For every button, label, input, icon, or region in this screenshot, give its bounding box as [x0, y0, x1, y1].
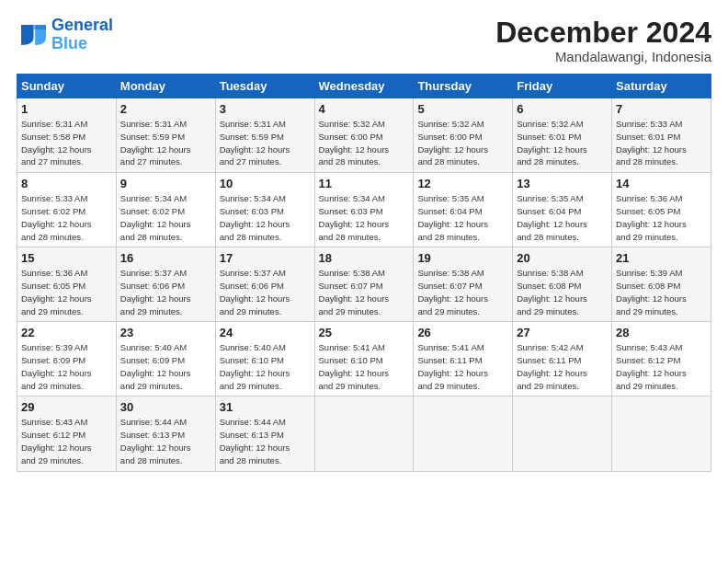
day-cell [513, 396, 612, 471]
day-header-wednesday: Wednesday [314, 75, 414, 98]
day-header-friday: Friday [513, 75, 612, 98]
day-cell: 27Sunrise: 5:42 AMSunset: 6:11 PMDayligh… [513, 322, 612, 396]
day-number: 6 [517, 102, 608, 116]
day-info: Sunrise: 5:32 AMSunset: 6:01 PMDaylight:… [517, 118, 608, 168]
day-number: 24 [220, 326, 311, 339]
day-cell: 1Sunrise: 5:31 AMSunset: 5:58 PMDaylight… [17, 98, 117, 173]
day-number: 17 [220, 251, 311, 265]
title-block: December 2024 Mandalawangi, Indonesia [495, 17, 711, 64]
day-cell: 6Sunrise: 5:32 AMSunset: 6:01 PMDaylight… [513, 98, 612, 173]
logo-line1: General [51, 16, 113, 34]
week-row-3: 15Sunrise: 5:36 AMSunset: 6:05 PMDayligh… [17, 247, 711, 322]
day-info: Sunrise: 5:31 AMSunset: 5:59 PMDaylight:… [120, 118, 211, 168]
day-cell: 14Sunrise: 5:36 AMSunset: 6:05 PMDayligh… [612, 173, 711, 247]
day-number: 16 [120, 251, 211, 265]
day-header-monday: Monday [116, 75, 215, 98]
week-row-2: 8Sunrise: 5:33 AMSunset: 6:02 PMDaylight… [17, 173, 711, 247]
day-number: 25 [319, 326, 410, 339]
day-cell: 5Sunrise: 5:32 AMSunset: 6:00 PMDaylight… [414, 98, 513, 173]
logo-line2: Blue [51, 34, 87, 52]
day-cell: 12Sunrise: 5:35 AMSunset: 6:04 PMDayligh… [414, 173, 513, 247]
day-number: 3 [220, 102, 311, 116]
day-number: 2 [120, 102, 211, 116]
day-cell [414, 396, 513, 471]
day-info: Sunrise: 5:34 AMSunset: 6:03 PMDaylight:… [220, 192, 311, 243]
logo-text: General Blue [51, 17, 113, 53]
day-number: 23 [120, 326, 211, 339]
day-cell: 29Sunrise: 5:43 AMSunset: 6:12 PMDayligh… [17, 396, 117, 471]
day-cell: 30Sunrise: 5:44 AMSunset: 6:13 PMDayligh… [116, 396, 215, 471]
day-cell [612, 396, 711, 471]
day-number: 18 [319, 251, 410, 265]
day-info: Sunrise: 5:38 AMSunset: 6:07 PMDaylight:… [417, 267, 508, 317]
day-number: 11 [319, 177, 410, 190]
day-info: Sunrise: 5:38 AMSunset: 6:08 PMDaylight:… [517, 267, 608, 317]
day-cell: 26Sunrise: 5:41 AMSunset: 6:11 PMDayligh… [414, 322, 513, 396]
day-cell: 8Sunrise: 5:33 AMSunset: 6:02 PMDaylight… [17, 173, 117, 247]
day-number: 22 [21, 326, 112, 339]
week-row-1: 1Sunrise: 5:31 AMSunset: 5:58 PMDaylight… [17, 98, 711, 173]
day-number: 19 [417, 251, 508, 265]
week-row-5: 29Sunrise: 5:43 AMSunset: 6:12 PMDayligh… [17, 396, 711, 471]
day-cell: 20Sunrise: 5:38 AMSunset: 6:08 PMDayligh… [513, 247, 612, 322]
day-cell: 7Sunrise: 5:33 AMSunset: 6:01 PMDaylight… [612, 98, 711, 173]
day-cell: 13Sunrise: 5:35 AMSunset: 6:04 PMDayligh… [513, 173, 612, 247]
day-cell: 2Sunrise: 5:31 AMSunset: 5:59 PMDaylight… [116, 98, 215, 173]
day-info: Sunrise: 5:37 AMSunset: 6:06 PMDaylight:… [220, 267, 311, 317]
day-header-thursday: Thursday [414, 75, 513, 98]
day-info: Sunrise: 5:34 AMSunset: 6:02 PMDaylight:… [120, 192, 211, 243]
day-number: 9 [120, 177, 211, 190]
day-header-tuesday: Tuesday [215, 75, 314, 98]
day-info: Sunrise: 5:40 AMSunset: 6:09 PMDaylight:… [120, 341, 211, 392]
day-number: 1 [21, 102, 112, 116]
header-row: SundayMondayTuesdayWednesdayThursdayFrid… [17, 75, 711, 98]
day-info: Sunrise: 5:39 AMSunset: 6:09 PMDaylight:… [21, 341, 112, 392]
day-info: Sunrise: 5:41 AMSunset: 6:10 PMDaylight:… [319, 341, 410, 392]
day-info: Sunrise: 5:40 AMSunset: 6:10 PMDaylight:… [220, 341, 311, 392]
day-cell: 28Sunrise: 5:43 AMSunset: 6:12 PMDayligh… [612, 322, 711, 396]
day-number: 20 [517, 251, 608, 265]
day-info: Sunrise: 5:35 AMSunset: 6:04 PMDaylight:… [517, 192, 608, 243]
day-cell: 19Sunrise: 5:38 AMSunset: 6:07 PMDayligh… [414, 247, 513, 322]
day-number: 21 [616, 251, 707, 265]
day-number: 7 [616, 102, 707, 116]
day-cell: 23Sunrise: 5:40 AMSunset: 6:09 PMDayligh… [116, 322, 215, 396]
day-cell [314, 396, 414, 471]
day-info: Sunrise: 5:44 AMSunset: 6:13 PMDaylight:… [220, 416, 311, 466]
day-cell: 15Sunrise: 5:36 AMSunset: 6:05 PMDayligh… [17, 247, 117, 322]
day-cell: 11Sunrise: 5:34 AMSunset: 6:03 PMDayligh… [314, 173, 414, 247]
day-number: 30 [120, 400, 211, 414]
day-cell: 21Sunrise: 5:39 AMSunset: 6:08 PMDayligh… [612, 247, 711, 322]
day-number: 5 [417, 102, 508, 116]
day-header-saturday: Saturday [612, 75, 711, 98]
day-cell: 24Sunrise: 5:40 AMSunset: 6:10 PMDayligh… [215, 322, 314, 396]
day-number: 12 [417, 177, 508, 190]
day-info: Sunrise: 5:43 AMSunset: 6:12 PMDaylight:… [21, 416, 112, 466]
day-cell: 10Sunrise: 5:34 AMSunset: 6:03 PMDayligh… [215, 173, 314, 247]
day-header-sunday: Sunday [17, 75, 117, 98]
day-info: Sunrise: 5:31 AMSunset: 5:58 PMDaylight:… [21, 118, 112, 168]
day-cell: 4Sunrise: 5:32 AMSunset: 6:00 PMDaylight… [314, 98, 414, 173]
header: General Blue December 2024 Mandalawangi,… [17, 17, 711, 64]
day-cell: 16Sunrise: 5:37 AMSunset: 6:06 PMDayligh… [116, 247, 215, 322]
day-number: 29 [21, 400, 112, 414]
calendar-table: SundayMondayTuesdayWednesdayThursdayFrid… [17, 74, 711, 471]
month-title: December 2024 [495, 17, 711, 49]
day-cell: 3Sunrise: 5:31 AMSunset: 5:59 PMDaylight… [215, 98, 314, 173]
day-number: 31 [220, 400, 311, 414]
day-info: Sunrise: 5:44 AMSunset: 6:13 PMDaylight:… [120, 416, 211, 466]
day-info: Sunrise: 5:32 AMSunset: 6:00 PMDaylight:… [319, 118, 410, 168]
week-row-4: 22Sunrise: 5:39 AMSunset: 6:09 PMDayligh… [17, 322, 711, 396]
day-cell: 22Sunrise: 5:39 AMSunset: 6:09 PMDayligh… [17, 322, 117, 396]
day-info: Sunrise: 5:32 AMSunset: 6:00 PMDaylight:… [417, 118, 508, 168]
day-cell: 9Sunrise: 5:34 AMSunset: 6:02 PMDaylight… [116, 173, 215, 247]
day-info: Sunrise: 5:42 AMSunset: 6:11 PMDaylight:… [517, 341, 608, 392]
day-number: 27 [517, 326, 608, 339]
day-cell: 31Sunrise: 5:44 AMSunset: 6:13 PMDayligh… [215, 396, 314, 471]
day-info: Sunrise: 5:43 AMSunset: 6:12 PMDaylight:… [616, 341, 707, 392]
day-info: Sunrise: 5:39 AMSunset: 6:08 PMDaylight:… [616, 267, 707, 317]
day-info: Sunrise: 5:33 AMSunset: 6:02 PMDaylight:… [21, 192, 112, 243]
day-info: Sunrise: 5:36 AMSunset: 6:05 PMDaylight:… [616, 192, 707, 243]
day-number: 4 [319, 102, 410, 116]
day-info: Sunrise: 5:34 AMSunset: 6:03 PMDaylight:… [319, 192, 410, 243]
